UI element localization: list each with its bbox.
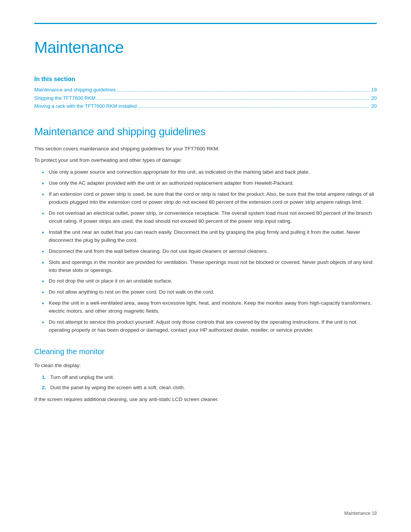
- bullet-item-8: Do not drop the unit or place it on an u…: [42, 277, 377, 285]
- in-this-section-heading: In this section: [34, 75, 377, 84]
- section1-title: Maintenance and shipping guidelines: [34, 124, 377, 140]
- cleaning-steps: Turn off and unplug the unit. Dust the p…: [42, 374, 377, 392]
- toc-title-3: Moving a rack with the TFT7600 RKM insta…: [34, 102, 137, 110]
- bullet-item-9: Do not allow anything to rest on the pow…: [42, 288, 377, 296]
- toc-entry-2[interactable]: Shipping the TFT7600 RKM 20: [34, 94, 377, 102]
- toc-page-2: 20: [371, 94, 377, 102]
- section1-intro2: To protect your unit from overheating an…: [34, 157, 377, 165]
- section1-intro1: This section covers maintenance and ship…: [34, 145, 377, 153]
- chapter-title: Maintenance: [34, 35, 377, 59]
- page: Maintenance In this section Maintenance …: [0, 0, 411, 532]
- bullet-item-1: Use only a power source and connection a…: [42, 168, 377, 176]
- section2-intro: To clean the display:: [34, 362, 377, 370]
- bullet-item-10: Keep the unit in a well-ventilated area,…: [42, 299, 377, 315]
- bullet-item-3: If an extension cord or power strip is u…: [42, 190, 377, 206]
- bullet-item-6: Disconnect the unit from the wall before…: [42, 248, 377, 256]
- toc-dots-1: [117, 91, 370, 91]
- toc-entry-1[interactable]: Maintenance and shipping guidelines 19: [34, 86, 377, 94]
- section2-note: If the screen requires additional cleani…: [34, 396, 377, 404]
- toc-page-3: 20: [371, 102, 377, 110]
- toc-title-1: Maintenance and shipping guidelines: [34, 86, 116, 94]
- bullet-item-5: Install the unit near an outlet that you…: [42, 228, 377, 244]
- top-border: [34, 23, 377, 24]
- toc-dots-3: [138, 107, 370, 108]
- bullet-item-7: Slots and openings in the monitor are pr…: [42, 259, 377, 275]
- toc-entry-3[interactable]: Moving a rack with the TFT7600 RKM insta…: [34, 102, 377, 110]
- toc-title-2: Shipping the TFT7600 RKM: [34, 94, 96, 102]
- step-2: Dust the panel by wiping the screen with…: [42, 384, 377, 392]
- bullet-item-11: Do not attempt to service this product y…: [42, 318, 377, 334]
- bullet-item-2: Use only the AC adapter provided with th…: [42, 179, 377, 187]
- in-this-section-block: In this section Maintenance and shipping…: [34, 75, 377, 110]
- bullet-item-4: Do not overload an electrical outlet, po…: [42, 209, 377, 225]
- step-1: Turn off and unplug the unit.: [42, 374, 377, 382]
- section2-title: Cleaning the monitor: [34, 346, 377, 357]
- toc-dots-2: [97, 99, 370, 100]
- bullet-list: Use only a power source and connection a…: [42, 168, 377, 334]
- footer: Maintenance 19: [344, 510, 377, 517]
- toc-page-1: 19: [371, 86, 377, 94]
